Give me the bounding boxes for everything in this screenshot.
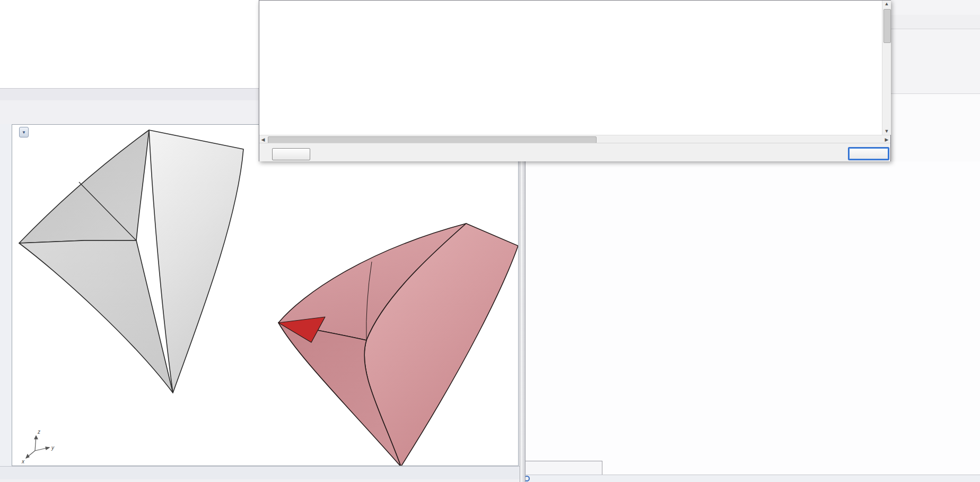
grasshopper-canvas[interactable] bbox=[526, 161, 980, 475]
grasshopper-canvas-ne[interactable] bbox=[891, 93, 980, 162]
viewport-tab-bar bbox=[0, 466, 520, 479]
ok-button[interactable] bbox=[848, 147, 889, 160]
vertical-scrollbar[interactable]: ▲ ▼ bbox=[882, 1, 891, 135]
vertical-scroll-thumb[interactable] bbox=[883, 9, 891, 43]
horizontal-scrollbar[interactable]: ◀ ▶ bbox=[259, 135, 890, 143]
scroll-down-icon[interactable]: ▼ bbox=[882, 128, 891, 134]
scroll-up-icon[interactable]: ▲ bbox=[882, 1, 891, 6]
canvas-toolbar bbox=[523, 461, 602, 475]
chevron-down-icon: ▼ bbox=[22, 130, 26, 135]
cache-button[interactable] bbox=[272, 148, 310, 160]
grasshopper-ribbon-tabs bbox=[891, 15, 980, 29]
left-toolbar bbox=[0, 124, 12, 479]
axis-x-label: x bbox=[21, 459, 25, 464]
script-editor-dialog: ▲ ▼ ◀ ▶ bbox=[259, 0, 891, 161]
viewport-top[interactable]: z y x ▼ bbox=[12, 124, 519, 466]
axis-y-label: y bbox=[51, 445, 55, 451]
scroll-left-icon[interactable]: ◀ bbox=[260, 137, 266, 142]
scroll-right-icon[interactable]: ▶ bbox=[884, 137, 889, 142]
pink-mesh-surface bbox=[278, 223, 518, 466]
viewport-geometry: z y x bbox=[12, 125, 518, 466]
viewport-title-menu[interactable]: ▼ bbox=[19, 127, 29, 137]
dialog-bottom-bar bbox=[259, 143, 890, 161]
grasshopper-statusbar bbox=[520, 475, 980, 482]
axis-gnomon bbox=[26, 436, 49, 458]
screen: z y x ▼ bbox=[0, 0, 980, 482]
gray-mesh-surface bbox=[19, 130, 243, 393]
axis-z-label: z bbox=[37, 429, 40, 435]
code-editor[interactable] bbox=[259, 1, 882, 135]
